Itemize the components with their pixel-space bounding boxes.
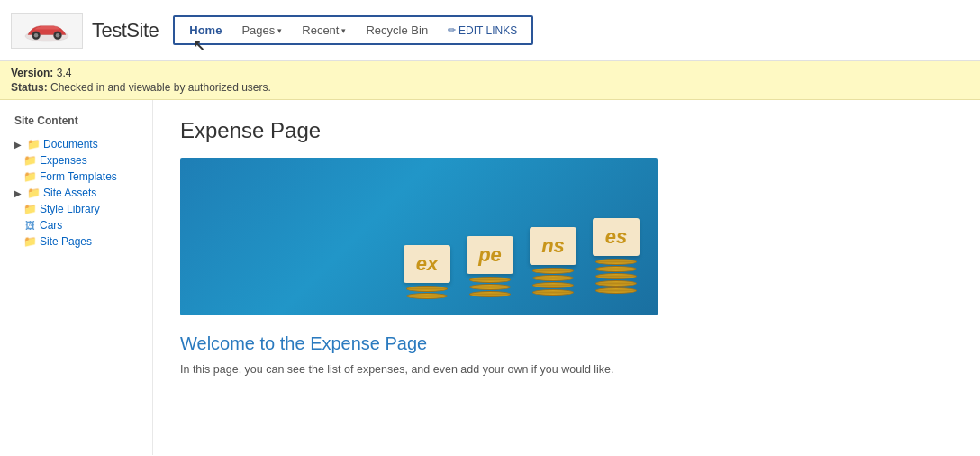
status-bar: Version: 3.4 Status: Checked in and view…	[0, 61, 980, 100]
coin	[595, 273, 637, 279]
folder-icon: 📁	[23, 235, 36, 248]
site-assets-link[interactable]: Site Assets	[43, 187, 96, 199]
nav-item-recycle-bin[interactable]: Recycle Bin	[357, 19, 437, 41]
letter-block-es: es	[593, 218, 640, 256]
version-value: 3.4	[57, 67, 72, 79]
coin-stack-ex: ex	[404, 245, 450, 302]
sidebar-item-site-assets[interactable]: ▶ 📁 Site Assets	[14, 185, 145, 201]
nav-item-home[interactable]: Home ↖	[180, 19, 231, 41]
coins-es	[595, 259, 637, 302]
coin	[532, 268, 574, 274]
logo-area: TestSite	[11, 13, 159, 49]
version-line: Version: 3.4	[11, 67, 969, 79]
folder-icon: 📁	[23, 154, 36, 167]
sidebar-item-documents[interactable]: ▶ 📁 Documents	[14, 136, 145, 152]
letter-block-pe: pe	[467, 236, 513, 274]
hero-image: ex pe ns	[180, 158, 658, 315]
coin	[595, 287, 637, 294]
style-library-link[interactable]: Style Library	[40, 203, 100, 215]
folder-icon: 📁	[27, 187, 40, 199]
nav-bar: Home ↖ Pages ▾ Recent ▾ Recycle Bin ✏ ED…	[173, 15, 533, 45]
coin-stack-pe: pe	[467, 236, 513, 302]
coin	[469, 277, 511, 283]
status-label: Status:	[11, 81, 48, 94]
expand-icon: ▶	[14, 140, 23, 150]
svg-point-4	[56, 33, 60, 38]
status-value: Checked in and viewable by authorized us…	[50, 81, 271, 94]
coin	[532, 289, 574, 296]
folder-icon: 📁	[23, 203, 36, 215]
coin	[469, 291, 511, 297]
coin	[532, 275, 574, 281]
coin	[406, 286, 448, 292]
site-pages-link[interactable]: Site Pages	[40, 235, 92, 248]
coins-ns	[532, 268, 574, 302]
sidebar-title: Site Content	[14, 114, 145, 127]
status-line: Status: Checked in and viewable by autho…	[11, 81, 969, 94]
coin-stacks: ex pe ns	[404, 218, 640, 302]
sidebar: Site Content ▶ 📁 Documents 📁 Expenses 📁 …	[0, 100, 153, 455]
coin-stack-es: es	[593, 218, 640, 302]
sidebar-item-expenses[interactable]: 📁 Expenses	[14, 152, 145, 169]
documents-link[interactable]: Documents	[43, 138, 98, 150]
coin	[532, 282, 574, 288]
welcome-title: Welcome to the Expense Page	[180, 333, 953, 354]
sidebar-item-style-library[interactable]: 📁 Style Library	[14, 201, 145, 217]
cursor-icon: ↖	[193, 37, 204, 54]
version-label: Version:	[11, 67, 53, 79]
nav-item-edit-links[interactable]: ✏ EDIT LINKS	[439, 20, 526, 41]
expenses-link[interactable]: Expenses	[40, 154, 87, 167]
pencil-icon: ✏	[448, 24, 456, 36]
welcome-text: In this page, you can see the list of ex…	[180, 361, 953, 378]
coins-ex	[406, 286, 448, 302]
content-area: Expense Page ex pe	[153, 100, 980, 455]
coin-stack-ns: ns	[530, 227, 576, 302]
pages-arrow: ▾	[277, 26, 282, 35]
coin	[406, 293, 448, 299]
form-templates-link[interactable]: Form Templates	[40, 170, 117, 183]
sidebar-item-cars[interactable]: 🖼 Cars	[14, 217, 145, 233]
main-layout: Site Content ▶ 📁 Documents 📁 Expenses 📁 …	[0, 100, 980, 455]
recent-arrow: ▾	[341, 26, 346, 35]
coin	[595, 259, 637, 265]
sidebar-item-site-pages[interactable]: 📁 Site Pages	[14, 233, 145, 250]
site-title: TestSite	[92, 19, 159, 42]
site-logo	[11, 13, 83, 49]
header: TestSite Home ↖ Pages ▾ Recent ▾ Recycle…	[0, 0, 980, 61]
folder-icon: 📁	[23, 170, 36, 183]
image-icon: 🖼	[23, 219, 36, 232]
letter-block-ns: ns	[530, 227, 576, 265]
page-title: Expense Page	[180, 118, 953, 143]
svg-point-2	[34, 33, 39, 38]
letter-block-ex: ex	[404, 245, 450, 283]
folder-icon: 📁	[27, 138, 40, 150]
sidebar-item-form-templates[interactable]: 📁 Form Templates	[14, 169, 145, 185]
coin	[469, 284, 511, 290]
coin	[595, 280, 637, 287]
nav-item-recent[interactable]: Recent ▾	[293, 19, 355, 41]
nav-item-pages[interactable]: Pages ▾	[232, 19, 291, 41]
cars-link[interactable]: Cars	[40, 219, 62, 232]
expand-icon: ▶	[14, 188, 23, 198]
coins-pe	[469, 277, 511, 302]
coin	[595, 266, 637, 272]
